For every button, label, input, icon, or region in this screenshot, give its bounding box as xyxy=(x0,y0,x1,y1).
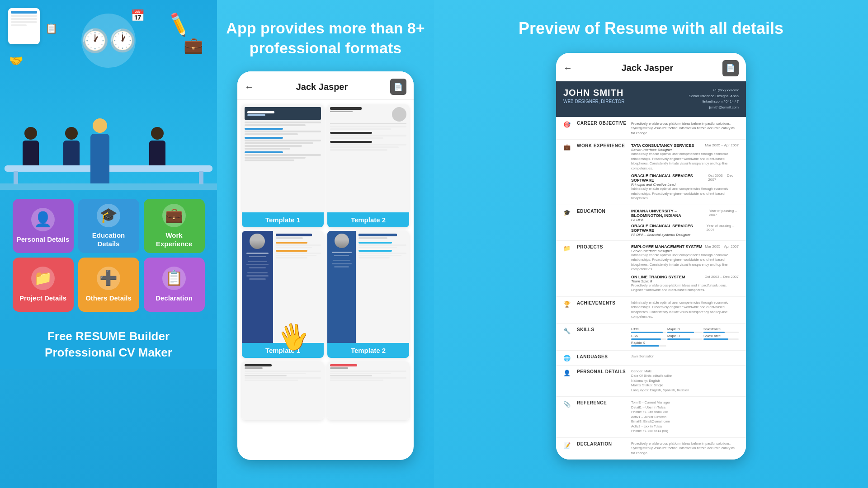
work-icon: 💼 xyxy=(162,204,186,227)
education-icon: 🎓 xyxy=(97,204,120,227)
resume-name-block: JOHN SMITH WEB DESIGNER, DIRECTOR xyxy=(563,88,624,104)
languages-text: Java Sensation xyxy=(631,354,739,359)
skill-maple1: Maple D xyxy=(667,327,703,333)
phone-header-preview: ← Jack Jasper 📄 xyxy=(556,53,746,81)
template-card-1[interactable]: Template 1 xyxy=(242,104,324,227)
template-preview-4 xyxy=(327,231,409,343)
personal-details-icon: 👤 xyxy=(563,370,572,376)
desk-leg-right xyxy=(199,171,203,184)
phone-header: ← Jack Jasper 📄 xyxy=(237,71,414,100)
section-career-objective: 🎯 CAREER OBJECTIVE Proactively enable cr… xyxy=(556,117,746,140)
skill-maple2: Maple D xyxy=(667,334,703,340)
edu2-degree: FA DPA – financial systems Designer xyxy=(631,233,739,237)
edu-title: EDUCATION xyxy=(577,209,627,214)
proj2-text: Proactively enable cross-platform ideas … xyxy=(631,283,739,293)
personal-icon: 👤 xyxy=(31,208,55,231)
contact-email: jsmith@email.com xyxy=(689,105,739,111)
reference-title: REFERENCE xyxy=(577,400,627,405)
work1-company: TATA CONSULTANCY SERVICES xyxy=(631,143,694,148)
phone-frame-preview: ← Jack Jasper 📄 JOHN SMITH WEB DESIGNER,… xyxy=(556,53,746,460)
skill-salesforce1: SalesForce xyxy=(703,327,739,333)
template-card-2[interactable]: Template 2 xyxy=(327,104,409,227)
section-skills: 🔧 SKILLS HTML Maple D xyxy=(556,324,746,351)
projects-title: PROJECTS xyxy=(577,244,627,249)
template-preview-6 xyxy=(327,361,409,420)
file-icon-button-preview[interactable]: 📄 xyxy=(722,60,739,76)
declaration-text: Proactively enable cross-platform ideas … xyxy=(631,441,739,456)
projects-icon: 📁 xyxy=(563,245,572,252)
achievements-title: ACHIEVEMENTS xyxy=(577,300,627,305)
back-button[interactable]: ← xyxy=(245,82,254,92)
resume-content[interactable]: JOHN SMITH WEB DESIGNER, DIRECTOR +1 (xx… xyxy=(556,81,746,460)
skill-salesforce2: SalesForce xyxy=(703,334,739,340)
template-card-4[interactable]: Template 2 xyxy=(327,231,409,358)
others-details-label: Others Details xyxy=(85,294,132,303)
work-experience-button[interactable]: 💼 Work Experience xyxy=(144,199,205,253)
templates-grid: Template 1 xyxy=(237,100,414,460)
declaration-button[interactable]: 📋 Declaration xyxy=(144,258,205,312)
template-card-3[interactable]: Template 1 xyxy=(242,231,324,358)
template-card-6[interactable] xyxy=(327,361,409,420)
others-details-button[interactable]: ➕ Others Details xyxy=(78,258,139,312)
template-4-label: Template 2 xyxy=(327,343,409,358)
achievements-text: Intrinsically enable optimal user compet… xyxy=(631,300,739,319)
file-icon-button[interactable]: 📄 xyxy=(390,79,406,95)
personal-details-button[interactable]: 👤 Personal Details xyxy=(13,199,74,253)
panel1-footer: Free RESUME BuilderProfessional CV Maker xyxy=(0,320,217,369)
template-preview-3 xyxy=(242,231,324,343)
footer-text: Free RESUME BuilderProfessional CV Maker xyxy=(9,328,208,361)
template-card-5[interactable] xyxy=(242,361,324,420)
contact-addr: Senior Interface Designs, Anna xyxy=(689,94,739,99)
skill-html: HTML xyxy=(631,327,666,333)
feature-button-grid: 👤 Personal Details 🎓 Education Details 💼… xyxy=(6,199,212,312)
section-declaration: 📝 DECLARATION Proactively enable cross-p… xyxy=(556,438,746,460)
project-details-label: Project Details xyxy=(19,294,66,303)
edu-content: INDIANA UNIVERSITY – BLOOMINGTON, INDIAN… xyxy=(631,209,739,237)
section-projects: 📁 PROJECTS EMPLOYEE MANAGEMENT SYSTEM Ma… xyxy=(556,241,746,297)
desk-scene xyxy=(0,99,217,190)
achievements-icon: 🏆 xyxy=(563,301,572,308)
edu2-date: Year of passing – 2007 xyxy=(707,224,739,233)
skills-title: SKILLS xyxy=(577,327,627,332)
file-icon-preview: 📄 xyxy=(726,64,735,72)
person3-standing xyxy=(90,118,109,183)
skill-css: CSS xyxy=(631,334,666,340)
floor xyxy=(0,183,217,190)
resume-contact-block: +1 (xxx) xxx-xxx Senior Interface Design… xyxy=(689,88,739,111)
personal-details-text: Gender: MaleDate Of Birth: sdfsdfs.sdlkn… xyxy=(631,369,739,393)
contact-phone: +1 (xxx) xxx-xxx xyxy=(689,88,739,94)
declaration-icon: 📋 xyxy=(162,267,186,290)
education-details-label: Education Details xyxy=(82,231,136,249)
resume-header-bar: JOHN SMITH WEB DESIGNER, DIRECTOR +1 (xx… xyxy=(556,81,746,117)
person1 xyxy=(23,127,39,165)
project-details-button[interactable]: 📁 Project Details xyxy=(13,258,74,312)
panel3-title: Preview of Resume with all details xyxy=(519,18,783,39)
career-text: Proactively enable cross-platform ideas … xyxy=(631,122,739,136)
edu1-degree: FA DPA xyxy=(631,218,739,222)
projects-content: EMPLOYEE MANAGEMENT SYSTEM Mar 2005 – Ap… xyxy=(631,244,739,293)
edu2-school: ORACLE FINANCIAL SERVICES SOFTWARE xyxy=(631,224,707,233)
section-achievements: 🏆 ACHIEVEMENTS Intrinsically enable opti… xyxy=(556,297,746,324)
template-preview-2 xyxy=(327,104,409,212)
section-personal-details: 👤 PERSONAL DETAILS Gender: MaleDate Of B… xyxy=(556,366,746,397)
template-1-label: Template 1 xyxy=(242,212,324,227)
resume-doc-icon xyxy=(8,8,40,44)
template-3-label: Template 1 xyxy=(242,343,324,358)
languages-icon: 🌐 xyxy=(563,355,572,361)
phone-title: Jack Jasper xyxy=(296,82,348,92)
template-preview-1 xyxy=(242,104,324,212)
education-details-button[interactable]: 🎓 Education Details xyxy=(78,199,139,253)
handshake-icon: 🤝 xyxy=(9,54,23,67)
skills-content: HTML Maple D SalesForce xyxy=(631,327,739,347)
declaration-section-title: DECLARATION xyxy=(577,441,627,446)
illustration-area: ✏️ 💼 📅 🤝 📋 🕐 xyxy=(0,0,217,190)
career-content: Proactively enable cross-platform ideas … xyxy=(631,121,739,136)
back-button-preview[interactable]: ← xyxy=(563,63,572,73)
declaration-section-icon: 📝 xyxy=(563,442,572,449)
clock-circle: 🕐 xyxy=(81,14,136,68)
declaration-label: Declaration xyxy=(156,294,193,303)
edu-icon: 🎓 xyxy=(563,209,572,216)
work2-role: Principal and Creative Lead xyxy=(631,183,739,187)
personal-details-content: Gender: MaleDate Of Birth: sdfsdfs.sdlkn… xyxy=(631,369,739,393)
panel1-resume-builder: ✏️ 💼 📅 🤝 📋 🕐 xyxy=(0,0,217,488)
